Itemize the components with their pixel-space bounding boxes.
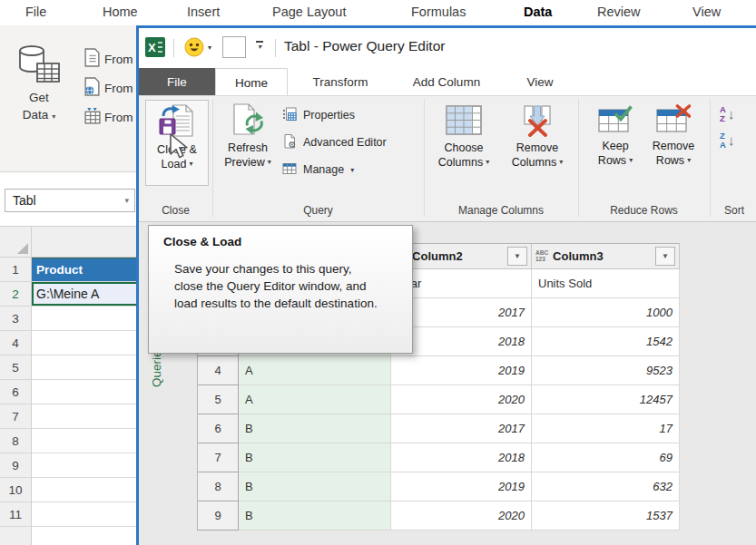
pq-cell-column1[interactable]: B — [239, 501, 391, 530]
remove-rows-button[interactable]: Remove Rows▾ — [645, 100, 702, 184]
pq-row-number[interactable]: 6 — [198, 414, 239, 443]
dropdown-arrow-icon: ▾ — [52, 112, 55, 121]
pq-cell-column3[interactable]: 1542 — [532, 327, 680, 356]
excel-row-number[interactable]: 1 — [0, 258, 32, 282]
excel-cell[interactable] — [32, 380, 138, 404]
pq-cell-column3[interactable]: 12457 — [532, 385, 680, 414]
manage-button[interactable]: Manage ▾ — [282, 156, 387, 183]
smiley-feedback-icon[interactable] — [184, 37, 204, 61]
pq-cell-column2[interactable]: 2019 — [391, 472, 532, 501]
pq-row-number[interactable]: 4 — [198, 356, 239, 385]
pq-title-bar[interactable]: X ▾ ▾ Tabl - Power Q — [139, 28, 756, 68]
pq-tab-transform[interactable]: Transform — [301, 68, 379, 95]
data-type-icon[interactable]: ABC123 — [535, 250, 548, 262]
excel-tab-home[interactable]: Home — [103, 5, 138, 19]
smiley-dropdown-icon[interactable]: ▾ — [208, 44, 211, 52]
excel-row-number[interactable]: 6 — [0, 380, 32, 404]
excel-cell[interactable] — [32, 502, 138, 527]
pq-row-number[interactable]: 9 — [198, 501, 239, 530]
tooltip-title: Close & Load — [163, 235, 398, 248]
excel-cell[interactable] — [32, 355, 138, 380]
excel-row-number[interactable]: 8 — [0, 429, 32, 453]
excel-cell[interactable] — [32, 453, 138, 478]
from-table-range-button[interactable]: From — [83, 105, 133, 129]
advanced-editor-button[interactable]: Advanced Editor — [282, 129, 387, 156]
excel-cell[interactable] — [32, 429, 138, 453]
excel-row-number[interactable]: 2 — [0, 282, 32, 307]
name-box[interactable]: Tabl ▾ — [5, 189, 135, 212]
excel-cell[interactable] — [32, 331, 138, 355]
pq-cell-column2[interactable]: 2017 — [391, 414, 532, 443]
pq-cell-column1[interactable]: A — [239, 385, 391, 414]
pq-cell-column3[interactable]: 1000 — [532, 298, 680, 327]
excel-tab-review[interactable]: Review — [597, 5, 641, 19]
excel-cell[interactable] — [32, 404, 138, 429]
filter-dropdown-icon[interactable]: ▼ — [507, 247, 527, 266]
refresh-preview-button[interactable]: Refresh Preview▾ — [219, 100, 277, 184]
pq-cell-column3[interactable]: 1537 — [532, 501, 680, 530]
pq-cell-column1[interactable]: B — [239, 472, 391, 501]
get-data-button[interactable]: Get Data ▾ — [7, 44, 71, 125]
sort-ascending-button[interactable]: AZ ↓ — [720, 105, 734, 122]
excel-row-number[interactable]: 10 — [0, 478, 32, 502]
excel-cell[interactable] — [32, 307, 138, 331]
pq-cell-column3[interactable]: 17 — [532, 414, 680, 443]
pq-cell-column1[interactable]: B — [239, 414, 391, 443]
group-label-sort: Sort — [710, 204, 756, 217]
excel-row-number[interactable] — [0, 527, 32, 545]
customize-toolbar-icon[interactable]: ▾ — [254, 41, 265, 51]
choose-columns-button[interactable]: Choose Columns▾ — [434, 100, 494, 184]
from-text-csv-button[interactable]: From — [83, 47, 133, 71]
pq-row-number[interactable]: 8 — [198, 472, 239, 501]
column3-header[interactable]: ABC123 Column3 ▼ — [532, 244, 680, 269]
keep-rows-label-line1: Keep — [602, 139, 628, 153]
excel-tab-file[interactable]: File — [25, 5, 46, 19]
excel-tab-insert[interactable]: Insert — [187, 5, 220, 19]
excel-row-number[interactable]: 4 — [0, 331, 32, 355]
pq-cell-column3[interactable]: 632 — [532, 472, 680, 501]
remove-columns-label-line2: Columns — [512, 155, 556, 170]
excel-tab-view[interactable]: View — [692, 5, 721, 19]
refresh-icon — [231, 103, 265, 141]
pq-cell-column1[interactable]: B — [239, 443, 391, 472]
pq-cell-column2[interactable]: 2020 — [391, 385, 532, 414]
excel-row-number[interactable]: 11 — [0, 502, 32, 527]
pq-cell-column3[interactable]: Units Sold — [532, 269, 680, 298]
pq-cell-column3[interactable]: 9523 — [532, 356, 680, 385]
remove-columns-button[interactable]: Remove Columns▾ — [506, 100, 568, 184]
pq-cell-column1[interactable]: A — [239, 356, 391, 385]
excel-tab-page-layout[interactable]: Page Layout — [272, 5, 346, 19]
pq-tab-file[interactable]: File — [139, 68, 215, 95]
pq-row-number[interactable]: 7 — [198, 443, 239, 472]
pq-tab-view[interactable]: View — [513, 68, 567, 95]
from-web-button[interactable]: From — [83, 76, 133, 100]
sort-down-arrow-icon: ↓ — [728, 107, 735, 121]
excel-row-number[interactable]: 5 — [0, 355, 32, 380]
pq-cell-column2[interactable]: 2019 — [391, 356, 532, 385]
excel-cell[interactable] — [32, 527, 138, 545]
excel-cell[interactable]: Product — [32, 258, 138, 282]
excel-cell[interactable]: G:\Meine A — [32, 282, 138, 307]
column-header-strip[interactable] — [32, 227, 138, 258]
pq-tab-home[interactable]: Home — [215, 68, 288, 96]
pq-tab-add-column[interactable]: Add Column — [401, 68, 492, 95]
excel-cell[interactable] — [32, 478, 138, 502]
keep-rows-button[interactable]: Keep Rows▾ — [587, 100, 643, 184]
properties-button[interactable]: Properties — [282, 102, 387, 129]
excel-ribbon: Get Data ▾ From — [0, 25, 138, 172]
quick-access-empty-button[interactable] — [222, 36, 246, 58]
window-title: Tabl - Power Query Editor — [284, 38, 445, 54]
excel-row-number[interactable]: 7 — [0, 404, 32, 429]
excel-row-number[interactable]: 9 — [0, 453, 32, 478]
pq-cell-column3[interactable]: 69 — [532, 443, 680, 472]
pq-cell-column2[interactable]: 2018 — [391, 443, 532, 472]
excel-tab-formulas[interactable]: Formulas — [411, 5, 466, 19]
filter-dropdown-icon[interactable]: ▼ — [655, 247, 675, 266]
name-box-dropdown-icon[interactable]: ▾ — [124, 196, 134, 205]
excel-row-number[interactable]: 3 — [0, 307, 32, 331]
pq-cell-column2[interactable]: 2020 — [391, 501, 532, 530]
select-all-cell[interactable] — [0, 227, 32, 258]
pq-row-number[interactable]: 5 — [198, 385, 239, 414]
sort-descending-button[interactable]: ZA ↓ — [720, 131, 734, 149]
excel-tab-data[interactable]: Data — [524, 5, 552, 19]
